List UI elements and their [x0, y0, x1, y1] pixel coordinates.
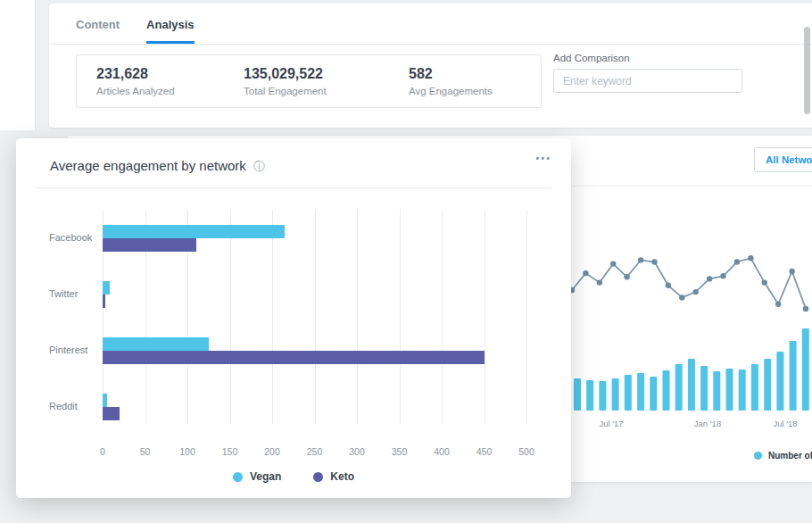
trend-point	[707, 276, 712, 281]
stat-value: 135,029,522	[244, 66, 389, 82]
timeline-bar	[612, 378, 619, 411]
gridline	[357, 210, 358, 424]
trend-point	[666, 283, 671, 288]
engagement-bar-chart: 050100150200250300350400450500FacebookTw…	[16, 210, 571, 477]
stat-value: 582	[409, 66, 541, 82]
timeline-bar	[739, 369, 746, 411]
legend-dot-keto	[313, 472, 323, 482]
trend-point	[803, 306, 808, 311]
gridline	[400, 210, 401, 424]
trend-line	[572, 258, 806, 309]
stat-value: 231,628	[96, 66, 224, 82]
legend-item-keto: Keto	[313, 470, 354, 483]
gridline	[526, 210, 527, 424]
x-tick-label: 350	[382, 446, 418, 457]
timeline-bar	[599, 381, 606, 411]
timeline-bar	[675, 364, 683, 411]
legend-label: Keto	[330, 470, 354, 483]
timeline-bar	[574, 378, 581, 411]
legend-dot-vegan	[233, 472, 243, 482]
trend-point	[693, 289, 699, 295]
timeline-bar	[637, 373, 644, 411]
bar-pinterest-vegan	[103, 337, 209, 351]
bar-chart-plot-area	[103, 210, 526, 424]
card-title: Average engagement by networkⓘ	[50, 158, 265, 175]
stat-label: Articles Analyzed	[96, 86, 224, 96]
trend-point	[775, 302, 781, 307]
timeline-legend-label: Number of Articles	[768, 451, 812, 461]
more-options-icon[interactable]: •••	[535, 153, 551, 163]
stat-articles-analyzed: 231,628 Articles Analyzed	[77, 66, 224, 96]
vertical-scrollbar[interactable]	[804, 27, 810, 114]
bar-twitter-vegan	[103, 281, 110, 295]
trend-point	[679, 295, 684, 300]
timeline-bar	[764, 359, 771, 411]
bar-pinterest-keto	[103, 351, 485, 364]
tab-content[interactable]: Content	[76, 18, 120, 44]
stats-box: 231,628 Articles Analyzed 135,029,522 To…	[76, 54, 542, 108]
stat-label: Avg Engagements	[409, 86, 541, 96]
legend-label: Vegan	[250, 470, 281, 483]
trend-point	[610, 261, 616, 266]
timeline-bar	[790, 341, 797, 411]
bar-reddit-keto	[103, 407, 120, 420]
x-tick-label: 400	[424, 446, 460, 457]
gridline	[485, 210, 485, 424]
left-panel-edge	[0, 0, 36, 130]
x-tick-label: 500	[509, 446, 544, 457]
info-icon[interactable]: ⓘ	[253, 160, 265, 173]
card-title-text: Average engagement by network	[50, 158, 246, 173]
gridline	[442, 210, 443, 424]
timeline-legend: Number of Articles	[754, 451, 812, 461]
stat-label: Total Engagement	[244, 86, 389, 96]
add-comparison-label: Add Comparison	[553, 53, 742, 63]
category-label-reddit: Reddit	[49, 401, 78, 411]
category-label-twitter: Twitter	[49, 288, 78, 299]
trend-point	[597, 279, 602, 285]
trend-point	[720, 273, 725, 278]
trend-point	[789, 269, 794, 274]
comparison-keyword-input[interactable]	[553, 69, 742, 93]
dashboard-canvas: Content Analysis 231,628 Articles Analyz…	[0, 0, 812, 523]
stat-total-engagement: 135,029,522 Total Engagement	[224, 66, 389, 96]
gridline	[230, 210, 231, 424]
trend-point	[734, 259, 740, 264]
bar-reddit-vegan	[103, 394, 107, 407]
all-networks-button[interactable]: All Networks	[754, 147, 812, 172]
add-comparison-section: Add Comparison	[553, 53, 742, 93]
x-tick-label: 450	[467, 446, 502, 457]
timeline-x-label: Jan '18	[694, 419, 721, 428]
timeline-bar	[700, 366, 708, 411]
x-tick-label: 0	[85, 446, 120, 457]
stat-avg-engagements: 582 Avg Engagements	[389, 66, 541, 96]
timeline-bar	[726, 369, 733, 411]
gridline	[315, 210, 316, 424]
trend-point	[624, 274, 629, 279]
bar-twitter-keto	[103, 295, 105, 308]
gridline	[272, 210, 273, 424]
category-label-pinterest: Pinterest	[49, 345, 87, 355]
trend-point	[762, 279, 767, 285]
timeline-bar	[625, 375, 632, 411]
timeline-x-label: Jul '18	[773, 419, 797, 428]
trend-point	[748, 255, 753, 261]
x-tick-label: 250	[297, 446, 333, 457]
timeline-bar	[650, 377, 657, 411]
tab-analysis[interactable]: Analysis	[146, 18, 194, 44]
legend-dot-articles	[754, 452, 762, 460]
trend-point	[583, 270, 588, 276]
chart-legend: Vegan Keto	[16, 470, 571, 483]
network-engagement-card: Average engagement by networkⓘ ••• 05010…	[16, 138, 571, 498]
top-card: Content Analysis 231,628 Articles Analyz…	[49, 4, 812, 128]
trend-point	[638, 257, 643, 262]
timeline-x-label: Jul '17	[599, 419, 623, 428]
timeline-bar	[713, 371, 720, 411]
category-label-facebook: Facebook	[49, 232, 92, 243]
tab-row: Content Analysis	[49, 4, 812, 45]
timeline-bar	[751, 364, 758, 411]
x-tick-label: 150	[212, 446, 248, 457]
timeline-bar	[663, 370, 670, 411]
x-tick-label: 300	[339, 446, 375, 457]
divider	[36, 187, 551, 188]
x-tick-label: 100	[170, 446, 205, 457]
